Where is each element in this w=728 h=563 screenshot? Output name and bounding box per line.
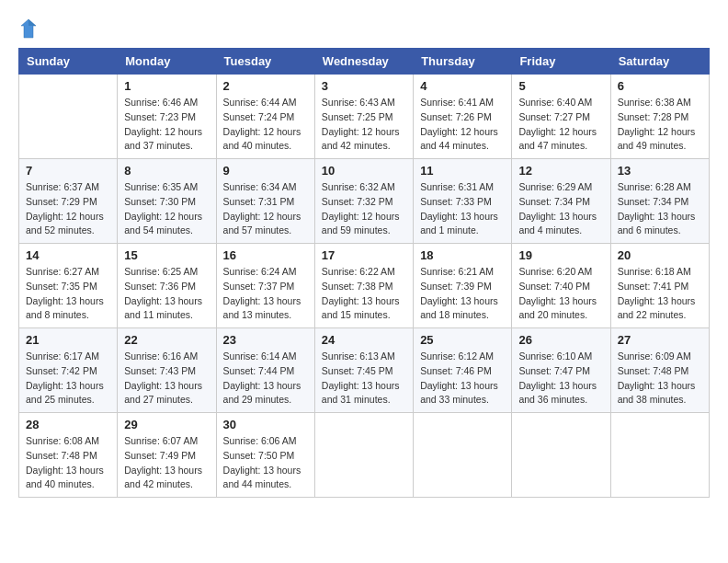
weekday-header-tuesday: Tuesday (216, 49, 314, 75)
weekday-header-friday: Friday (512, 49, 610, 75)
calendar-cell: 24Sunrise: 6:13 AM Sunset: 7:45 PM Dayli… (314, 328, 413, 413)
day-info: Sunrise: 6:09 AM Sunset: 7:48 PM Dayligh… (618, 350, 702, 408)
day-number: 26 (518, 333, 603, 347)
day-number: 6 (618, 79, 702, 93)
calendar-table: SundayMondayTuesdayWednesdayThursdayFrid… (18, 48, 710, 498)
calendar-cell: 3Sunrise: 6:43 AM Sunset: 7:25 PM Daylig… (314, 75, 413, 159)
day-info: Sunrise: 6:35 AM Sunset: 7:30 PM Dayligh… (124, 180, 209, 238)
day-info: Sunrise: 6:07 AM Sunset: 7:49 PM Dayligh… (124, 434, 209, 492)
weekday-header-wednesday: Wednesday (314, 49, 413, 75)
day-info: Sunrise: 6:21 AM Sunset: 7:39 PM Dayligh… (420, 265, 505, 323)
header (18, 18, 710, 39)
day-info: Sunrise: 6:10 AM Sunset: 7:47 PM Dayligh… (518, 350, 603, 408)
calendar-cell: 15Sunrise: 6:25 AM Sunset: 7:36 PM Dayli… (118, 244, 216, 328)
day-info: Sunrise: 6:29 AM Sunset: 7:34 PM Dayligh… (518, 180, 603, 238)
calendar-cell: 26Sunrise: 6:10 AM Sunset: 7:47 PM Dayli… (512, 328, 610, 413)
day-number: 27 (618, 333, 702, 347)
day-info: Sunrise: 6:16 AM Sunset: 7:43 PM Dayligh… (124, 350, 209, 408)
calendar-cell: 21Sunrise: 6:17 AM Sunset: 7:42 PM Dayli… (19, 328, 118, 413)
day-number: 18 (420, 248, 505, 262)
day-number: 28 (26, 418, 110, 431)
day-info: Sunrise: 6:12 AM Sunset: 7:46 PM Dayligh… (420, 350, 505, 408)
calendar-cell: 23Sunrise: 6:14 AM Sunset: 7:44 PM Dayli… (216, 328, 314, 413)
calendar-cell: 25Sunrise: 6:12 AM Sunset: 7:46 PM Dayli… (414, 328, 512, 413)
calendar-cell: 4Sunrise: 6:41 AM Sunset: 7:26 PM Daylig… (414, 75, 512, 159)
day-number: 5 (518, 79, 603, 93)
calendar-cell: 10Sunrise: 6:32 AM Sunset: 7:32 PM Dayli… (314, 159, 413, 244)
day-number: 7 (26, 164, 110, 178)
day-number: 19 (518, 248, 603, 262)
day-number: 23 (223, 333, 308, 347)
calendar-cell: 20Sunrise: 6:18 AM Sunset: 7:41 PM Dayli… (610, 244, 709, 328)
weekday-header-row: SundayMondayTuesdayWednesdayThursdayFrid… (19, 49, 710, 75)
day-number: 9 (223, 164, 308, 178)
day-info: Sunrise: 6:08 AM Sunset: 7:48 PM Dayligh… (26, 434, 110, 492)
calendar-cell: 22Sunrise: 6:16 AM Sunset: 7:43 PM Dayli… (118, 328, 216, 413)
calendar-cell: 1Sunrise: 6:46 AM Sunset: 7:23 PM Daylig… (118, 75, 216, 159)
weekday-header-saturday: Saturday (610, 49, 709, 75)
week-row-1: 1Sunrise: 6:46 AM Sunset: 7:23 PM Daylig… (19, 75, 710, 159)
weekday-header-sunday: Sunday (19, 49, 118, 75)
day-info: Sunrise: 6:38 AM Sunset: 7:28 PM Dayligh… (618, 96, 702, 154)
calendar-cell: 16Sunrise: 6:24 AM Sunset: 7:37 PM Dayli… (216, 244, 314, 328)
day-info: Sunrise: 6:20 AM Sunset: 7:40 PM Dayligh… (518, 265, 603, 323)
calendar-cell: 27Sunrise: 6:09 AM Sunset: 7:48 PM Dayli… (610, 328, 709, 413)
day-info: Sunrise: 6:17 AM Sunset: 7:42 PM Dayligh… (26, 350, 110, 408)
day-number: 8 (124, 164, 209, 178)
calendar-cell: 6Sunrise: 6:38 AM Sunset: 7:28 PM Daylig… (610, 75, 709, 159)
calendar-cell (610, 413, 709, 498)
calendar-cell (414, 413, 512, 498)
week-row-2: 7Sunrise: 6:37 AM Sunset: 7:29 PM Daylig… (19, 159, 710, 244)
day-info: Sunrise: 6:13 AM Sunset: 7:45 PM Dayligh… (322, 350, 406, 408)
day-number: 30 (223, 418, 308, 431)
calendar-cell: 8Sunrise: 6:35 AM Sunset: 7:30 PM Daylig… (118, 159, 216, 244)
day-number: 1 (124, 79, 209, 93)
day-info: Sunrise: 6:25 AM Sunset: 7:36 PM Dayligh… (124, 265, 209, 323)
logo (18, 18, 40, 39)
day-info: Sunrise: 6:31 AM Sunset: 7:33 PM Dayligh… (420, 180, 505, 238)
day-info: Sunrise: 6:43 AM Sunset: 7:25 PM Dayligh… (322, 96, 406, 154)
week-row-3: 14Sunrise: 6:27 AM Sunset: 7:35 PM Dayli… (19, 244, 710, 328)
day-number: 2 (223, 79, 308, 93)
weekday-header-thursday: Thursday (414, 49, 512, 75)
day-info: Sunrise: 6:44 AM Sunset: 7:24 PM Dayligh… (223, 96, 308, 154)
calendar-cell: 19Sunrise: 6:20 AM Sunset: 7:40 PM Dayli… (512, 244, 610, 328)
day-number: 10 (322, 164, 406, 178)
day-info: Sunrise: 6:18 AM Sunset: 7:41 PM Dayligh… (618, 265, 702, 323)
calendar-cell: 11Sunrise: 6:31 AM Sunset: 7:33 PM Dayli… (414, 159, 512, 244)
calendar-cell: 29Sunrise: 6:07 AM Sunset: 7:49 PM Dayli… (118, 413, 216, 498)
day-number: 3 (322, 79, 406, 93)
day-number: 22 (124, 333, 209, 347)
calendar-cell: 12Sunrise: 6:29 AM Sunset: 7:34 PM Dayli… (512, 159, 610, 244)
calendar-cell: 13Sunrise: 6:28 AM Sunset: 7:34 PM Dayli… (610, 159, 709, 244)
calendar-cell: 17Sunrise: 6:22 AM Sunset: 7:38 PM Dayli… (314, 244, 413, 328)
day-info: Sunrise: 6:46 AM Sunset: 7:23 PM Dayligh… (124, 96, 209, 154)
calendar-cell (19, 75, 118, 159)
calendar-cell: 30Sunrise: 6:06 AM Sunset: 7:50 PM Dayli… (216, 413, 314, 498)
day-info: Sunrise: 6:24 AM Sunset: 7:37 PM Dayligh… (223, 265, 308, 323)
day-info: Sunrise: 6:40 AM Sunset: 7:27 PM Dayligh… (518, 96, 603, 154)
day-info: Sunrise: 6:06 AM Sunset: 7:50 PM Dayligh… (223, 434, 308, 492)
calendar-cell (314, 413, 413, 498)
day-number: 12 (518, 164, 603, 178)
day-number: 29 (124, 418, 209, 431)
calendar-cell: 2Sunrise: 6:44 AM Sunset: 7:24 PM Daylig… (216, 75, 314, 159)
day-number: 13 (618, 164, 702, 178)
day-number: 15 (124, 248, 209, 262)
day-number: 25 (420, 333, 505, 347)
day-info: Sunrise: 6:22 AM Sunset: 7:38 PM Dayligh… (322, 265, 406, 323)
day-info: Sunrise: 6:27 AM Sunset: 7:35 PM Dayligh… (26, 265, 110, 323)
day-number: 11 (420, 164, 505, 178)
week-row-4: 21Sunrise: 6:17 AM Sunset: 7:42 PM Dayli… (19, 328, 710, 413)
calendar-cell: 9Sunrise: 6:34 AM Sunset: 7:31 PM Daylig… (216, 159, 314, 244)
day-info: Sunrise: 6:28 AM Sunset: 7:34 PM Dayligh… (618, 180, 702, 238)
day-number: 14 (26, 248, 110, 262)
day-info: Sunrise: 6:32 AM Sunset: 7:32 PM Dayligh… (322, 180, 406, 238)
day-number: 4 (420, 79, 505, 93)
day-number: 16 (223, 248, 308, 262)
weekday-header-monday: Monday (118, 49, 216, 75)
logo-icon (20, 18, 37, 39)
day-info: Sunrise: 6:14 AM Sunset: 7:44 PM Dayligh… (223, 350, 308, 408)
calendar-cell (512, 413, 610, 498)
day-number: 20 (618, 248, 702, 262)
